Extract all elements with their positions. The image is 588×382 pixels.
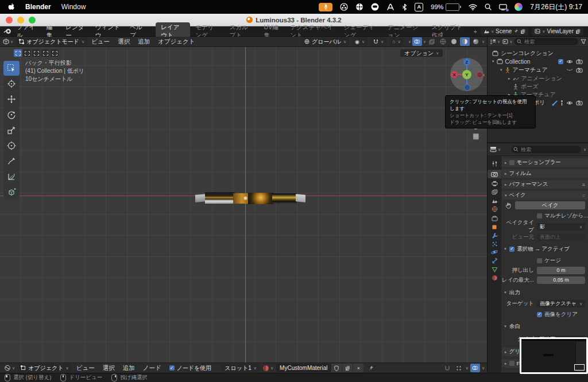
shader-type-selector[interactable]: オブジェクト ∨: [18, 364, 72, 372]
tab-collection[interactable]: [488, 214, 501, 223]
view-from-dropdown[interactable]: 表面の上: [537, 233, 585, 241]
expand-icon[interactable]: ▸: [508, 76, 510, 81]
gizmo-z-plus-handle[interactable]: Z: [463, 59, 470, 65]
expand-icon[interactable]: ▾: [501, 290, 509, 295]
viewport-menu-select[interactable]: 選択: [114, 38, 134, 46]
menubar-window-menu[interactable]: Window: [61, 3, 86, 11]
from-multires-checkbox[interactable]: [537, 213, 542, 219]
select-mode-invert-button[interactable]: [41, 49, 49, 57]
snap-toggle-group[interactable]: ∨: [370, 37, 386, 46]
unlink-material-button[interactable]: ×: [353, 364, 363, 372]
camera-visibility-icon[interactable]: [576, 100, 583, 106]
expand-icon[interactable]: ▾: [492, 59, 494, 64]
mode-selector[interactable]: オブジェクトモード ∨: [16, 37, 87, 46]
properties-editor-type-button[interactable]: ∨: [490, 146, 501, 153]
target-dropdown[interactable]: 画像テクスチャ ∨: [537, 300, 585, 307]
screen-share-pip-window[interactable]: [520, 337, 588, 374]
sidebar-collapse-arrow[interactable]: ‹: [483, 71, 485, 78]
wifi-icon[interactable]: [469, 4, 477, 10]
gizmo-x-minus-handle[interactable]: [477, 72, 483, 78]
duplicate-material-button[interactable]: [342, 364, 353, 372]
tab-tool[interactable]: [488, 159, 501, 168]
apple-logo-icon[interactable]: [8, 3, 15, 11]
editor-type-button[interactable]: ∨: [2, 365, 17, 371]
bake-button[interactable]: ベイク: [515, 201, 585, 209]
shading-solid-button[interactable]: [449, 37, 459, 46]
preset-menu-icon[interactable]: ≡: [582, 182, 585, 188]
obs-status-icon[interactable]: [340, 3, 348, 11]
freestyle-checkbox[interactable]: [509, 361, 514, 366]
gizmo-x-plus-handle[interactable]: X: [451, 71, 458, 78]
viewport-menu-add[interactable]: 追加: [134, 38, 154, 46]
select-mode-subtract-button[interactable]: [32, 49, 40, 57]
tab-particles[interactable]: [488, 240, 501, 248]
outliner-funnel-filter-button[interactable]: [581, 39, 586, 44]
bluetooth-icon[interactable]: [402, 3, 407, 11]
camera-visibility-icon[interactable]: [576, 68, 583, 73]
outliner-row-pose[interactable]: ポーズ: [513, 83, 538, 91]
tool-move[interactable]: [3, 92, 20, 107]
tool-add-cube[interactable]: [3, 185, 20, 200]
material-slot-selector[interactable]: スロット1 ∨: [222, 364, 260, 372]
expand-icon[interactable]: ▾: [500, 68, 502, 72]
tool-transform[interactable]: [3, 138, 20, 153]
chevron-down-icon[interactable]: ∨: [466, 366, 469, 370]
pin-icon[interactable]: [365, 365, 377, 371]
pin-icon[interactable]: [513, 29, 519, 34]
menubar-app-name[interactable]: Blender: [25, 3, 51, 11]
tool-select-box[interactable]: [3, 61, 20, 76]
tool-annotate[interactable]: [3, 154, 20, 169]
fan-status-icon[interactable]: [355, 3, 363, 11]
panel-bake[interactable]: ▾ ベイク ≡: [502, 191, 588, 200]
viewport-menu-view[interactable]: ビュー: [87, 38, 114, 46]
outliner-display-mode-button[interactable]: ∨: [490, 39, 500, 45]
properties-search-input[interactable]: [511, 146, 581, 153]
select-mode-intersect-button[interactable]: [51, 49, 59, 57]
selected-to-active-checkbox[interactable]: ✓: [509, 247, 514, 252]
show-overlays-toggle[interactable]: [412, 37, 422, 46]
snap-node-icon[interactable]: [443, 364, 452, 372]
shader-menu-view[interactable]: ビュー: [73, 364, 98, 372]
panel-motion-blur[interactable]: ▸ モーションブラー: [502, 158, 588, 167]
options-button[interactable]: オプション ∨: [400, 49, 443, 57]
screen-mirroring-icon[interactable]: [499, 4, 507, 10]
chevron-down-icon[interactable]: ∨: [482, 366, 485, 370]
select-mode-new-button[interactable]: [14, 49, 22, 57]
chevron-down-icon[interactable]: ∨: [408, 40, 411, 44]
tool-measure[interactable]: [3, 169, 20, 184]
max-ray-field[interactable]: 0.05 m: [537, 276, 585, 284]
pivot-point-selector[interactable]: ◉ ∨: [352, 37, 368, 46]
chevron-down-icon[interactable]: ∨: [482, 40, 485, 44]
line-app-status-icon[interactable]: [371, 3, 379, 11]
outliner-row-armature[interactable]: ▾ アーマチュア: [500, 66, 584, 74]
siri-icon[interactable]: [514, 3, 523, 11]
tab-material[interactable]: [488, 274, 501, 282]
motion-blur-checkbox[interactable]: [509, 160, 514, 165]
spotlight-search-icon[interactable]: [485, 3, 492, 10]
new-layer-icon[interactable]: [575, 29, 581, 34]
extrusion-field[interactable]: 0 m: [537, 267, 585, 274]
xray-toggle[interactable]: [427, 37, 437, 46]
shader-menu-select[interactable]: 選択: [99, 364, 118, 372]
shading-wireframe-button[interactable]: [438, 37, 448, 46]
tab-world[interactable]: [488, 205, 501, 213]
texture-paint-brush-icon[interactable]: [551, 100, 558, 106]
properties-search[interactable]: [511, 146, 581, 153]
blender-logo-icon[interactable]: [3, 28, 12, 34]
camera-visibility-icon[interactable]: [576, 59, 583, 64]
collection-checkbox[interactable]: ✓: [558, 59, 563, 64]
arc-browser-status-icon[interactable]: [386, 3, 394, 10]
expand-icon[interactable]: ▾: [501, 247, 509, 251]
shader-menu-node[interactable]: ノード: [140, 364, 165, 372]
tab-view-layer[interactable]: [488, 188, 501, 196]
snapping-options-button[interactable]: [454, 364, 464, 372]
outliner-row-animation[interactable]: ▸ アニメーション: [508, 75, 562, 83]
material-browse-button[interactable]: ∨: [261, 365, 275, 372]
fake-user-shield-button[interactable]: [331, 364, 342, 372]
gizmo-y-handle[interactable]: Y: [462, 70, 471, 79]
shader-menu-add[interactable]: 追加: [119, 364, 138, 372]
tab-object[interactable]: [488, 223, 501, 231]
view-layer-selector[interactable]: ∨ ViewLayer: [532, 28, 583, 36]
outliner-search[interactable]: [514, 38, 578, 45]
recording-mic-indicator[interactable]: [319, 3, 332, 11]
